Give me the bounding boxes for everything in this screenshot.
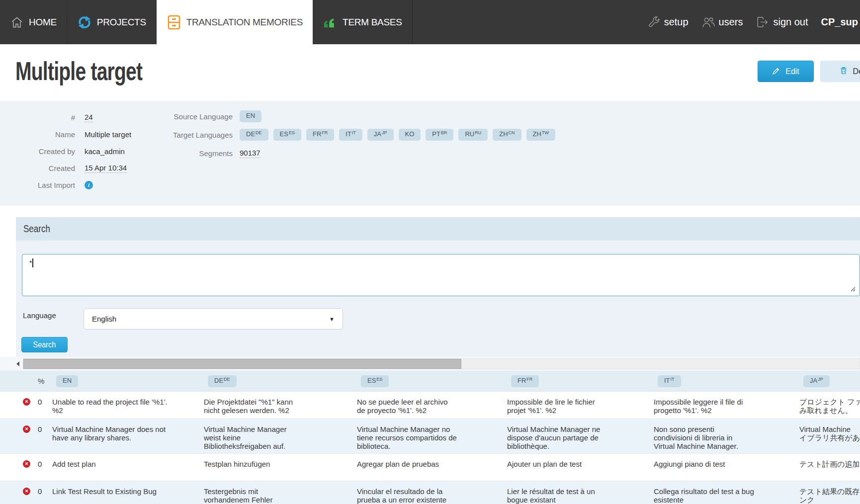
edit-button[interactable]: Edit — [758, 61, 814, 82]
segment-cell: Link Test Result to Existing Bug — [52, 487, 204, 496]
scrollbar-track[interactable] — [23, 358, 860, 369]
segment-cell: プロジェクト ファ み取れません。 — [799, 398, 860, 415]
target-languages-label: Target Languages — [139, 129, 233, 139]
trash-icon — [839, 66, 848, 77]
row-icon-cell: ✕ — [23, 398, 38, 406]
sign-out-link-label: sign out — [773, 16, 808, 28]
segment-cell: テスト計画の追加 — [799, 460, 860, 468]
segment-cell: Virtual Machine Manager no tiene recurso… — [357, 425, 507, 450]
detail-fields: # 24 Name Multiple target Created by kac… — [0, 109, 131, 193]
search-button[interactable]: Search — [21, 337, 68, 352]
language-badge: EN — [56, 375, 78, 387]
chevron-down-icon: ▼ — [329, 316, 335, 322]
language-badge: FRFR — [511, 375, 539, 387]
segments-value: 90137 — [240, 147, 260, 158]
setup-link[interactable]: setup — [647, 15, 688, 29]
info-icon[interactable]: i — [85, 181, 93, 189]
sync-icon — [77, 15, 92, 30]
remove-segment-icon[interactable]: ✕ — [23, 488, 30, 495]
page-title: Multiple target — [15, 56, 142, 86]
table-header: % ENDEDEESESFRFRITITJAJP — [0, 371, 860, 391]
target-language-badges: DEDEESESFRFRITITJAJPKOPTBRRURUZHCNZHTW — [240, 129, 555, 141]
language-badge: DEDE — [240, 129, 268, 141]
segments-row: Segments 90137 — [139, 147, 555, 158]
segment-cell: Add test plan — [52, 460, 204, 468]
pencil-icon — [772, 66, 781, 77]
source-language-label: Source Language — [139, 110, 233, 121]
row-icon-cell: ✕ — [23, 487, 38, 495]
resize-grip-icon[interactable] — [848, 284, 856, 293]
top-nav: HOME PROJECTS TRANSLATION MEMORIES — [0, 0, 860, 44]
users-link[interactable]: users — [701, 15, 743, 29]
segment-cell: Impossible de lire le fichier projet '%1… — [507, 398, 654, 415]
search-button-label: Search — [33, 340, 56, 349]
tab-term-bases[interactable]: TERM BASES — [313, 0, 412, 44]
account-name[interactable]: CP_sup — [821, 16, 858, 28]
language-badge: ZHTW — [526, 129, 555, 141]
search-panel-body: * Language English ▼ Search — [16, 241, 860, 357]
users-icon — [701, 15, 715, 29]
segment-cell: Collega risultato del test a bug esisten… — [654, 487, 799, 504]
field-last-import-label: Last Import — [0, 181, 75, 189]
segment-cell: Ajouter un plan de test — [507, 460, 654, 468]
field-created-by-value: kaca_admin — [85, 147, 125, 156]
table-row: ✕0Virtual Machine Manager does not have … — [0, 419, 860, 453]
delete-button-label: Delete — [853, 67, 860, 76]
table-header-columns: ENDEDEESESFRFRITITJAJP — [52, 375, 860, 387]
segment-cell: Virtual Machine Manager does not have an… — [52, 425, 204, 442]
search-query-text: * — [29, 259, 32, 267]
language-badge: PTBR — [426, 129, 453, 141]
sign-out-link[interactable]: sign out — [756, 15, 808, 29]
language-select-value: English — [92, 315, 116, 323]
language-badge: RURU — [458, 129, 488, 141]
tab-home-label: HOME — [29, 17, 57, 28]
field-created: Created 15 Apr 10:34 — [0, 160, 131, 176]
search-query-input[interactable]: * — [22, 254, 860, 296]
setup-link-label: setup — [664, 16, 688, 28]
delete-button[interactable]: Delete — [820, 61, 860, 82]
tab-home[interactable]: HOME — [0, 0, 67, 44]
language-badge: KO — [399, 129, 421, 141]
search-panel: Search * Language English ▼ Search — [16, 217, 860, 357]
row-icon-cell: ✕ — [23, 425, 38, 433]
field-created-value: 15 Apr 10:34 — [85, 164, 127, 173]
table-header-column: EN — [52, 375, 204, 387]
home-icon — [10, 16, 24, 29]
source-language-row: Source Language EN — [139, 110, 555, 122]
match-percent: 0 — [38, 425, 52, 433]
table-header-column: JAJP — [799, 375, 860, 387]
segment-cell: Virtual Machine イブラリ共有があ — [799, 425, 860, 442]
scrollbar-thumb[interactable] — [23, 359, 461, 369]
language-badge: ZHCN — [493, 129, 521, 141]
field-name-label: Name — [0, 130, 75, 139]
scroll-left-arrow-icon[interactable] — [16, 361, 19, 366]
field-number: # 24 — [0, 109, 131, 126]
language-badge: DEDE — [208, 375, 237, 387]
table-body: ✕0Unable to read the project file '%1'. … — [0, 391, 860, 504]
quotes-icon — [323, 15, 338, 30]
segment-cell: Die Projektdatei "%1" kann nicht gelesen… — [204, 398, 357, 415]
language-select[interactable]: English ▼ — [84, 308, 343, 330]
language-badge: ESES — [273, 129, 301, 141]
users-link-label: users — [719, 16, 743, 28]
table-header-column: DEDE — [204, 375, 357, 387]
table-header-column: ESES — [357, 375, 507, 387]
field-last-import: Last Import i — [0, 176, 131, 193]
remove-segment-icon[interactable]: ✕ — [23, 460, 30, 468]
segment-cell: Virtual Machine Manager weist keine Bibl… — [204, 425, 357, 450]
table-row: ✕0Link Test Result to Existing BugTester… — [0, 481, 860, 504]
tab-projects[interactable]: PROJECTS — [67, 0, 157, 44]
remove-segment-icon[interactable]: ✕ — [23, 398, 30, 406]
tab-translation-memories[interactable]: TRANSLATION MEMORIES — [157, 0, 313, 44]
remove-segment-icon[interactable]: ✕ — [23, 425, 30, 433]
wrench-icon — [647, 15, 661, 29]
match-percent: 0 — [38, 398, 52, 406]
language-badge: JAJP — [367, 129, 394, 141]
language-badge: EN — [240, 110, 261, 122]
search-panel-title: Search — [23, 223, 50, 235]
segment-cell: テスト結果の既存 ンク — [799, 487, 860, 504]
sign-out-icon — [756, 15, 770, 29]
segment-cell: Aggiungi piano di test — [654, 460, 799, 468]
percent-column-header: % — [38, 377, 52, 385]
match-percent: 0 — [38, 460, 52, 468]
